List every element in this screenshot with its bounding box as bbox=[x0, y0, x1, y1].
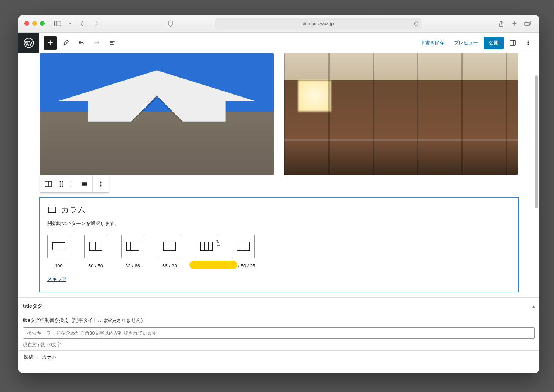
block-toolbar: ⌃⌄ bbox=[40, 175, 109, 193]
variant-box bbox=[121, 235, 144, 258]
breadcrumb-current[interactable]: カラム bbox=[42, 354, 57, 360]
title-tag-sublabel: titleタグ強制書き換え（記事タイトルは変更されません） bbox=[23, 317, 535, 324]
back-button[interactable] bbox=[76, 18, 88, 29]
zoom-window-button[interactable] bbox=[40, 21, 45, 26]
privacy-shield-icon[interactable] bbox=[165, 18, 176, 29]
breadcrumb-root[interactable]: 投稿 bbox=[24, 354, 33, 360]
column-variants-list: 10050 / 5033 / 6666 / 3333 / 33 / 3325 /… bbox=[47, 235, 510, 269]
save-draft-button[interactable]: 下書き保存 bbox=[417, 37, 448, 49]
forward-button[interactable] bbox=[91, 18, 102, 29]
svg-point-18 bbox=[62, 186, 63, 187]
title-tag-panel: titleタグ ▴ titleタグ強制書き換え（記事タイトルは変更されません） … bbox=[18, 297, 539, 350]
svg-point-8 bbox=[527, 40, 529, 41]
address-bar[interactable]: sbcc.wpx.jp bbox=[215, 18, 422, 29]
edit-mode-button[interactable] bbox=[59, 36, 72, 50]
svg-point-16 bbox=[62, 184, 63, 185]
column-variant-100[interactable]: 100 bbox=[47, 235, 70, 269]
image-columns-row bbox=[18, 53, 539, 175]
chevron-down-icon[interactable]: ⌄ bbox=[67, 184, 75, 187]
svg-point-22 bbox=[100, 185, 102, 187]
more-options-button[interactable] bbox=[521, 36, 535, 50]
char-count-text: 現在文字数：0文字 bbox=[23, 342, 535, 348]
columns-block-title: カラム bbox=[61, 205, 86, 215]
svg-point-14 bbox=[62, 181, 63, 183]
scrollbar[interactable] bbox=[535, 75, 538, 208]
columns-icon bbox=[47, 205, 57, 215]
svg-point-17 bbox=[60, 186, 61, 187]
variant-box bbox=[47, 235, 70, 258]
image-castle-exterior[interactable] bbox=[40, 53, 274, 175]
block-type-columns-icon[interactable] bbox=[40, 175, 57, 192]
browser-window: sbcc.wpx.jp bbox=[18, 15, 539, 373]
sidebar-dropdown-button[interactable] bbox=[67, 18, 73, 29]
svg-point-10 bbox=[527, 44, 529, 45]
minimize-window-button[interactable] bbox=[32, 21, 37, 26]
column-variant-66-33[interactable]: 66 / 33 bbox=[158, 235, 181, 269]
share-button[interactable] bbox=[496, 18, 507, 29]
sidebar-toggle-button[interactable] bbox=[52, 18, 63, 29]
svg-rect-0 bbox=[55, 21, 61, 26]
wordpress-logo-button[interactable] bbox=[18, 33, 39, 53]
svg-point-20 bbox=[100, 182, 102, 183]
column-variant-50-50[interactable]: 50 / 50 bbox=[84, 235, 107, 269]
svg-point-15 bbox=[60, 184, 61, 185]
document-overview-button[interactable] bbox=[106, 36, 119, 50]
editor-top-toolbar: 下書き保存 プレビュー 公開 bbox=[18, 33, 539, 53]
move-up-down-buttons[interactable]: ⌃⌄ bbox=[66, 175, 76, 192]
columns-block-description: 開始時のパターンを選択します。 bbox=[47, 220, 510, 227]
redo-button[interactable] bbox=[90, 36, 103, 50]
wordpress-editor: 下書き保存 プレビュー 公開 bbox=[18, 33, 539, 373]
skip-link[interactable]: スキップ bbox=[47, 276, 66, 283]
editor-canvas[interactable]: ⌃⌄ bbox=[18, 53, 539, 373]
svg-rect-2 bbox=[303, 23, 306, 25]
preview-button[interactable]: プレビュー bbox=[450, 37, 482, 49]
window-controls bbox=[24, 21, 45, 26]
variant-label: 100 bbox=[55, 263, 63, 269]
title-tag-heading: titleタグ bbox=[23, 303, 42, 310]
chevron-right-icon: › bbox=[37, 354, 38, 360]
settings-sidebar-toggle[interactable] bbox=[506, 36, 519, 50]
alignment-button[interactable] bbox=[76, 175, 92, 192]
new-tab-button[interactable] bbox=[509, 18, 520, 29]
image-castle-interior[interactable] bbox=[284, 53, 518, 175]
publish-button[interactable]: 公開 bbox=[484, 37, 504, 49]
safari-toolbar: sbcc.wpx.jp bbox=[18, 15, 539, 33]
drag-handle-icon[interactable] bbox=[57, 175, 66, 192]
url-text: sbcc.wpx.jp bbox=[309, 21, 334, 26]
annotation-highlight bbox=[189, 261, 237, 269]
add-block-button[interactable] bbox=[44, 36, 57, 50]
column-variant-33-66[interactable]: 33 / 66 bbox=[121, 235, 144, 269]
variant-box bbox=[232, 235, 255, 258]
svg-point-13 bbox=[60, 181, 61, 183]
svg-rect-4 bbox=[525, 22, 529, 26]
lock-icon bbox=[303, 21, 307, 26]
svg-rect-19 bbox=[82, 183, 87, 185]
columns-block-placeholder: カラム 開始時のパターンを選択します。 10050 / 5033 / 6666 … bbox=[39, 197, 519, 292]
svg-point-9 bbox=[527, 42, 529, 43]
block-breadcrumb: 投稿 › カラム bbox=[18, 350, 539, 363]
svg-rect-6 bbox=[510, 40, 515, 45]
reload-icon[interactable] bbox=[414, 21, 419, 26]
variant-box bbox=[84, 235, 107, 258]
variant-label: 33 / 66 bbox=[125, 263, 140, 269]
variant-box bbox=[158, 235, 181, 258]
undo-button[interactable] bbox=[75, 36, 88, 50]
panel-collapse-icon[interactable]: ▴ bbox=[532, 303, 535, 309]
title-tag-input[interactable] bbox=[23, 327, 535, 339]
variant-label: 50 / 50 bbox=[88, 263, 103, 269]
block-more-options-button[interactable] bbox=[93, 175, 109, 192]
variant-box bbox=[195, 235, 218, 258]
close-window-button[interactable] bbox=[24, 21, 29, 26]
svg-point-21 bbox=[100, 184, 102, 185]
tabs-overview-button[interactable] bbox=[522, 18, 533, 29]
variant-label: 66 / 33 bbox=[162, 263, 177, 269]
